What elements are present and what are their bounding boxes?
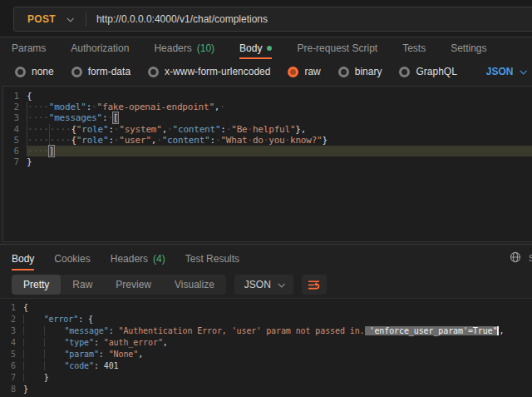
token-s: "user" [119,135,151,146]
token-s: "Authentication Error, 'user' param not … [119,326,365,335]
tab-label: Pre-request Script [297,42,377,54]
line-number: 5 [0,349,23,360]
token-ind [23,373,44,382]
selected-text: 'enforce_user_param'=True" [365,326,498,335]
chevron-down-icon [278,280,284,287]
line-number: 4 [0,337,23,349]
token-s: do [253,135,264,146]
body-type-graphql[interactable]: GraphQL [399,66,456,77]
body-type-binary[interactable]: binary [338,66,382,77]
tab-tests[interactable]: Tests [402,37,426,59]
tab-count: (10) [197,42,214,54]
token-ind [23,326,44,335]
response-format-dropdown[interactable]: JSON [234,275,293,295]
view-pretty[interactable]: Pretty [12,275,61,295]
tab-settings[interactable]: Settings [451,37,486,59]
code-text: "type": "auth_error", [23,337,532,349]
radio-label: x-www-form-urlencoded [165,66,270,77]
token-ind [44,338,65,347]
tab-test-results[interactable]: Test Results [185,247,239,270]
chevron-down-icon [66,15,73,22]
view-raw[interactable]: Raw [61,275,104,295]
tab-authorization[interactable]: Authorization [71,37,129,59]
token-k: "role" [76,135,109,146]
tab-params[interactable]: Params [12,37,46,59]
radio-icon [15,67,26,77]
tab-pre-request-script[interactable]: Pre-request Script [297,37,377,59]
line-number: 1 [0,302,23,314]
token-k: "message" [64,326,108,335]
token-ind [23,361,44,370]
radio-icon [338,67,349,77]
view-preview[interactable]: Preview [104,275,163,295]
radio-icon [148,67,159,77]
token-ind: ···· [49,135,71,146]
tab-label: Params [12,42,46,54]
wrap-text-button[interactable] [302,275,327,295]
body-type-x-www-form-urlencoded[interactable]: x-www-form-urlencoded [148,66,270,77]
code-line: 4 "type": "auth_error", [0,337,532,349]
token-k: "messages" [49,112,102,123]
wrap-text-icon [308,280,320,290]
code-text: ····"messages":·[ [27,112,532,123]
url-row: POST http://0.0.0.0:4000/v1/chat/complet… [13,7,532,32]
token-k: "role" [76,124,109,135]
code-text: { [23,302,532,314]
token-p: } [27,156,32,167]
body-type-none[interactable]: none [15,66,54,77]
code-text: } [23,372,532,384]
radio-label: raw [304,66,320,77]
line-number: 3 [3,112,27,123]
divider [86,12,86,27]
token-k: "content" [173,124,221,135]
token-ind [23,350,44,359]
token-p: { [27,91,32,102]
line-number: 2 [3,102,27,112]
code-line: 8} [0,384,532,395]
tab-headers[interactable]: Headers(4) [111,247,165,270]
token-p: } [23,385,28,394]
request-body-editor[interactable]: 1{2····"model":·"fake-openai-endpoint",·… [2,86,532,242]
token-k: "code" [64,361,94,370]
token-s: "Be [231,124,247,135]
token-p: : [109,326,119,335]
tab-label: Body [239,42,262,54]
token-p: : { [78,315,93,324]
code-line: 7 } [0,372,532,384]
token-ind: ···· [27,102,49,112]
response-format-label: JSON [244,279,271,290]
globe-icon[interactable] [510,251,521,263]
token-k: "error" [44,315,78,324]
view-visualize[interactable]: Visualize [163,275,226,295]
body-type-raw[interactable]: raw [288,66,320,77]
code-line: 2 "error": { [0,314,532,325]
url-input[interactable]: http://0.0.0.0:4000/v1/chat/completions [96,13,268,25]
tab-cookies[interactable]: Cookies [54,247,90,270]
token-s: know?" [290,135,323,146]
token-w: · [219,102,224,112]
token-k: "param" [64,350,98,359]
unsaved-dot-icon [267,46,272,51]
token-p: , [499,326,504,335]
tab-label: Test Results [185,253,239,265]
token-bm: ] [49,146,54,156]
tab-body[interactable]: Body [239,37,272,59]
view-switcher: PrettyRawPreviewVisualize [12,275,226,295]
token-ind [23,315,44,324]
token-s: helpful" [253,124,295,135]
code-text: "code": 401 [23,360,532,372]
radio-icon [71,67,82,77]
tab-headers[interactable]: Headers(10) [154,37,214,59]
body-type-form-data[interactable]: form-data [71,66,131,77]
raw-format-label: JSON [486,66,514,77]
line-number: 6 [0,360,23,372]
token-s: "What [220,135,247,146]
radio-label: form-data [88,66,131,77]
response-body-editor[interactable]: 1{2 "error": {3 "message": "Authenticati… [0,298,532,397]
line-number: 4 [3,124,27,135]
method-selector[interactable]: POST [14,13,86,25]
request-url-bar: POST http://0.0.0.0:4000/v1/chat/complet… [0,0,532,37]
tab-body[interactable]: Body [12,247,34,270]
token-ind: ···· [27,135,49,146]
raw-format-dropdown[interactable]: JSON [486,66,525,77]
